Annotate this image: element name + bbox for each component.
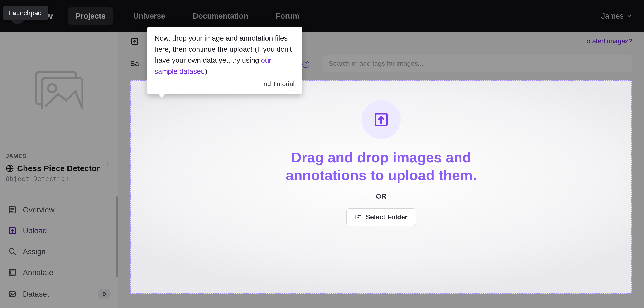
- tutorial-coachmark: Now, drop your image and annotation file…: [147, 26, 302, 94]
- select-folder-label: Select Folder: [366, 213, 408, 221]
- upload-dropzone[interactable]: Drag and drop images and annotations to …: [130, 80, 632, 294]
- coachmark-text-after: .): [203, 67, 207, 75]
- end-tutorial-button[interactable]: End Tutorial: [154, 79, 295, 89]
- upload-arrow-icon: [373, 111, 390, 128]
- folder-plus-icon: [355, 214, 362, 221]
- launchpad-tooltip: Launchpad: [3, 6, 48, 20]
- dropzone-title: Drag and drop images and annotations to …: [274, 149, 488, 184]
- dropzone-icon-circle: [362, 100, 401, 139]
- select-folder-button[interactable]: Select Folder: [346, 208, 416, 226]
- dropzone-or: OR: [376, 192, 387, 200]
